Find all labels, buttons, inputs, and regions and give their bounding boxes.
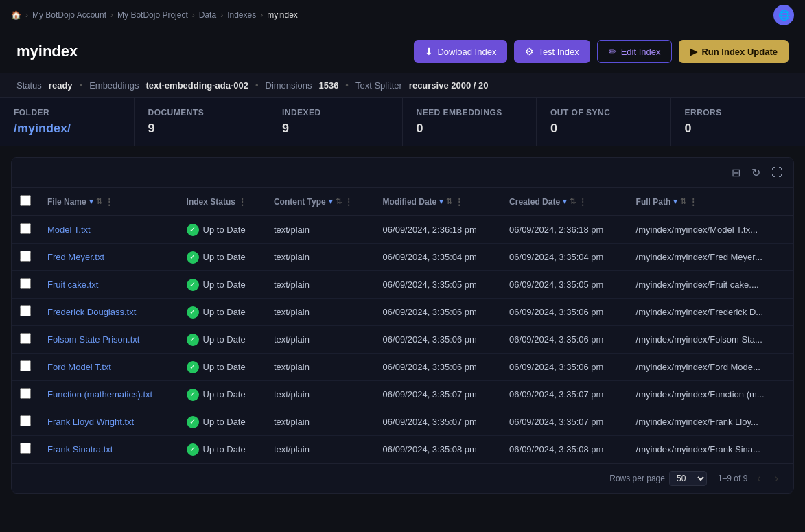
- file-link[interactable]: Ford Model T.txt: [47, 362, 111, 372]
- breadcrumb-account[interactable]: My BotDojo Account: [32, 10, 106, 20]
- status-badge: ✓ Up to Date: [187, 443, 257, 456]
- cell-full-path: /myindex/myindex/Ford Mode...: [628, 354, 793, 381]
- breadcrumb-data[interactable]: Data: [199, 10, 216, 20]
- th-full-path: Full Path ▾ ⇅ ⋮: [628, 188, 793, 216]
- table-row: Ford Model T.txt ✓ Up to Date text/plain…: [12, 354, 793, 381]
- cell-created-date: 06/09/2024, 3:35:06 pm: [501, 299, 627, 326]
- edit-index-button[interactable]: ✏ Edit Index: [597, 40, 673, 63]
- refresh-icon[interactable]: ↻: [749, 163, 763, 182]
- row-checkbox-cell[interactable]: [12, 326, 39, 354]
- filename-filter-icon[interactable]: ▾: [89, 197, 93, 206]
- file-link[interactable]: Folsom State Prison.txt: [47, 334, 139, 345]
- splitter-label: Text Splitter: [355, 80, 402, 91]
- row-checkbox[interactable]: [20, 305, 31, 316]
- fullscreen-icon[interactable]: ⛶: [769, 164, 785, 182]
- table-footer: Rows per page 50 25 100 1–9 of 9 ‹ ›: [12, 463, 793, 493]
- row-checkbox[interactable]: [20, 360, 31, 371]
- row-checkbox[interactable]: [20, 388, 31, 399]
- select-all-checkbox[interactable]: [20, 195, 31, 206]
- row-checkbox-cell[interactable]: [12, 271, 39, 299]
- table-row: Frank Sinatra.txt ✓ Up to Date text/plai…: [12, 436, 793, 463]
- stat-label: Documents: [148, 108, 255, 117]
- prev-page-button[interactable]: ‹: [753, 471, 765, 486]
- filter-toolbar-icon[interactable]: ⊟: [729, 163, 743, 182]
- row-checkbox[interactable]: [20, 251, 31, 262]
- stat-value[interactable]: /myindex/: [14, 122, 120, 136]
- run-index-update-button[interactable]: ▶ Run Index Update: [679, 40, 789, 63]
- row-checkbox-cell[interactable]: [12, 436, 39, 463]
- content-sort-icon[interactable]: ⇅: [336, 197, 342, 206]
- data-table: File Name ▾ ⇅ ⋮ Index Status ⋮: [12, 188, 793, 463]
- file-link[interactable]: Frank Sinatra.txt: [47, 444, 113, 454]
- avatar[interactable]: 🌐: [773, 5, 794, 25]
- created-filter-icon[interactable]: ▾: [563, 197, 567, 206]
- modified-filter-icon[interactable]: ▾: [439, 197, 443, 206]
- row-checkbox[interactable]: [20, 443, 31, 454]
- modified-col-menu[interactable]: ⋮: [455, 197, 463, 207]
- row-checkbox[interactable]: [20, 415, 31, 426]
- status-text: Up to Date: [203, 362, 246, 372]
- cell-modified-date: 06/09/2024, 3:35:04 pm: [375, 244, 501, 271]
- row-checkbox-cell[interactable]: [12, 299, 39, 326]
- page-header: myindex ⬇ Dowload Index ⚙ Test Index ✏ E…: [0, 30, 805, 73]
- breadcrumb-current: myindex: [267, 10, 298, 20]
- breadcrumb-indexes[interactable]: Indexes: [227, 10, 256, 20]
- home-icon[interactable]: 🏠: [11, 10, 21, 20]
- fullpath-col-menu[interactable]: ⋮: [689, 197, 697, 207]
- test-index-button[interactable]: ⚙ Test Index: [514, 40, 590, 63]
- fullpath-filter-icon[interactable]: ▾: [673, 197, 677, 206]
- cell-index-status: ✓ Up to Date: [178, 381, 266, 408]
- pagination: 1–9 of 9 ‹ ›: [718, 471, 782, 486]
- file-link[interactable]: Fred Meyer.txt: [47, 252, 104, 262]
- row-checkbox-cell[interactable]: [12, 354, 39, 381]
- row-checkbox[interactable]: [20, 223, 31, 234]
- dimensions-value: 1536: [318, 80, 338, 91]
- filename-sort-icon[interactable]: ⇅: [96, 197, 102, 206]
- status-col-menu[interactable]: ⋮: [238, 197, 246, 207]
- status-badge: ✓ Up to Date: [187, 389, 257, 401]
- cell-content-type: text/plain: [266, 326, 375, 354]
- breadcrumb: 🏠 › My BotDojo Account › My BotDojo Proj…: [11, 10, 298, 20]
- fullpath-sort-icon[interactable]: ⇅: [680, 197, 686, 206]
- cell-content-type: text/plain: [266, 436, 375, 463]
- status-badge: ✓ Up to Date: [187, 361, 257, 373]
- filename-col-menu[interactable]: ⋮: [105, 197, 113, 207]
- modified-sort-icon[interactable]: ⇅: [446, 197, 452, 206]
- table-scroll[interactable]: File Name ▾ ⇅ ⋮ Index Status ⋮: [12, 188, 793, 463]
- table-body: Model T.txt ✓ Up to Date text/plain 06/0…: [12, 216, 793, 463]
- created-col-menu[interactable]: ⋮: [579, 197, 587, 207]
- th-content-type: Content Type ▾ ⇅ ⋮: [266, 188, 375, 216]
- file-link[interactable]: Model T.txt: [47, 224, 91, 235]
- cell-modified-date: 06/09/2024, 2:36:18 pm: [375, 216, 501, 244]
- table-row: Frederick Douglass.txt ✓ Up to Date text…: [12, 299, 793, 326]
- status-badge: ✓ Up to Date: [187, 224, 257, 236]
- edit-icon: ✏: [609, 46, 617, 57]
- row-checkbox-cell[interactable]: [12, 381, 39, 408]
- cell-modified-date: 06/09/2024, 3:35:06 pm: [375, 299, 501, 326]
- rows-per-page-select[interactable]: 50 25 100: [669, 471, 707, 486]
- cell-filename: Frederick Douglass.txt: [39, 299, 178, 326]
- stat-col: Indexed 9: [268, 98, 403, 146]
- file-link[interactable]: Fruit cake.txt: [47, 279, 98, 290]
- content-filter-icon[interactable]: ▾: [329, 197, 333, 206]
- created-sort-icon[interactable]: ⇅: [570, 197, 576, 206]
- row-checkbox[interactable]: [20, 278, 31, 289]
- file-link[interactable]: Frederick Douglass.txt: [47, 307, 136, 317]
- content-col-menu[interactable]: ⋮: [345, 197, 353, 207]
- row-checkbox-cell[interactable]: [12, 244, 39, 271]
- status-check-icon: ✓: [187, 306, 199, 319]
- row-checkbox-cell[interactable]: [12, 216, 39, 244]
- breadcrumb-project[interactable]: My BotDojo Project: [117, 10, 188, 20]
- row-checkbox[interactable]: [20, 333, 31, 344]
- download-index-button[interactable]: ⬇ Dowload Index: [414, 40, 507, 63]
- stat-value: 9: [282, 122, 388, 136]
- stat-label: Need Embeddings: [417, 108, 523, 117]
- next-page-button[interactable]: ›: [771, 471, 782, 486]
- status-check-icon: ✓: [187, 251, 199, 264]
- row-checkbox-cell[interactable]: [12, 408, 39, 436]
- select-all-header[interactable]: [12, 188, 39, 216]
- cell-modified-date: 06/09/2024, 3:35:07 pm: [375, 408, 501, 436]
- stat-value: 0: [685, 122, 792, 136]
- file-link[interactable]: Function (mathematics).txt: [47, 389, 152, 400]
- file-link[interactable]: Frank Lloyd Wright.txt: [47, 417, 134, 427]
